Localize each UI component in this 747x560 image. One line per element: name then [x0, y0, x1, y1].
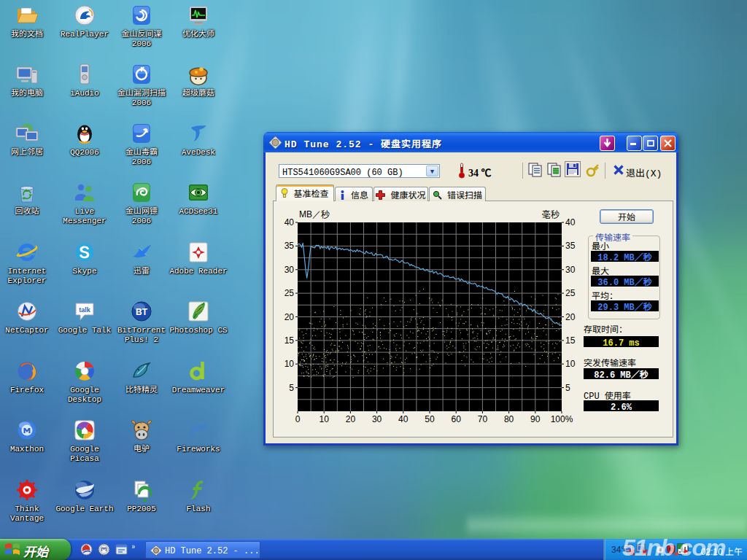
svg-text:40: 40	[565, 217, 576, 228]
svg-text:5: 5	[289, 383, 294, 393]
svg-text:25: 25	[285, 288, 295, 298]
svg-text:0: 0	[295, 414, 301, 424]
svg-text:20: 20	[565, 312, 576, 322]
svg-text:20: 20	[285, 312, 295, 322]
svg-text:10: 10	[285, 359, 295, 369]
svg-text:35: 35	[565, 241, 576, 251]
svg-text:10: 10	[320, 414, 330, 424]
svg-text:40: 40	[398, 414, 409, 424]
svg-text:20: 20	[346, 414, 356, 424]
svg-text:毫秒: 毫秒	[542, 209, 560, 219]
svg-text:40: 40	[285, 217, 295, 228]
svg-text:30: 30	[372, 414, 382, 424]
svg-text:30: 30	[565, 265, 576, 275]
svg-text:100%: 100%	[551, 414, 573, 424]
svg-text:50: 50	[425, 414, 435, 424]
svg-text:MB／秒: MB／秒	[299, 209, 330, 219]
svg-text:25: 25	[565, 288, 576, 298]
svg-text:10: 10	[565, 359, 576, 369]
svg-text:70: 70	[478, 414, 488, 424]
svg-text:60: 60	[452, 414, 462, 424]
svg-text:35: 35	[285, 241, 295, 251]
svg-text:15: 15	[285, 335, 295, 346]
svg-text:15: 15	[565, 335, 576, 346]
svg-text:talk: talk	[79, 306, 91, 314]
svg-text:30: 30	[285, 265, 295, 275]
svg-text:5: 5	[565, 383, 570, 393]
svg-text:80: 80	[504, 414, 514, 424]
svg-text:BT: BT	[136, 307, 148, 317]
svg-text:90: 90	[530, 414, 541, 424]
